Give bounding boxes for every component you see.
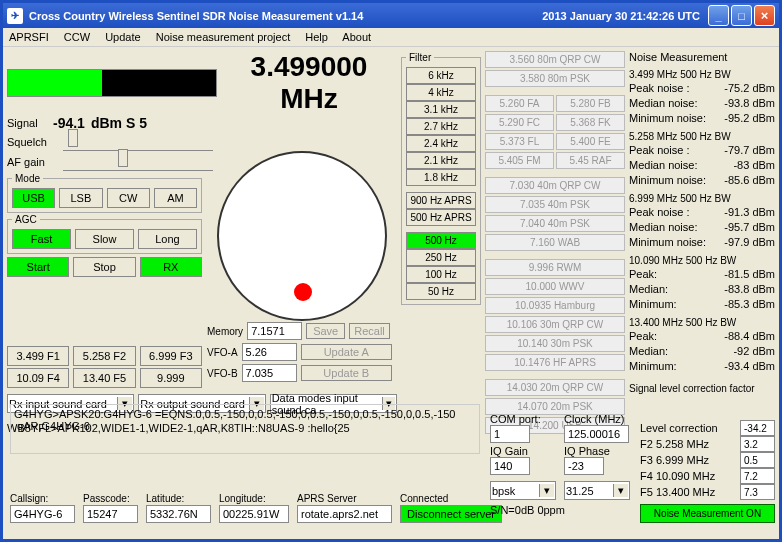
callsign-input[interactable] [10, 505, 75, 523]
lc-f3-input[interactable] [740, 452, 775, 468]
server-input[interactable] [297, 505, 392, 523]
preset-button[interactable]: 5.280 FB [556, 95, 625, 112]
menu-ccw[interactable]: CCW [64, 31, 90, 43]
close-button[interactable]: × [754, 5, 775, 26]
squelch-slider[interactable] [63, 133, 213, 151]
menu-noise-project[interactable]: Noise measurement project [156, 31, 291, 43]
filter-900aprs-button[interactable]: 900 Hz APRS [406, 192, 476, 209]
memory-input[interactable] [247, 322, 302, 340]
preset-button[interactable]: 10.0935 Hamburg [485, 297, 625, 314]
lc-f4-label: F4 10.090 MHz [640, 468, 715, 484]
preset-f5-button[interactable]: 13.40 F5 [73, 368, 135, 388]
filter-legend: Filter [406, 52, 434, 63]
vfob-label: VFO-B [207, 368, 238, 379]
noise-title: Noise Measurement [629, 51, 775, 63]
filter-1k8-button[interactable]: 1.8 kHz [406, 169, 476, 186]
preset-f3-button[interactable]: 6.999 F3 [140, 346, 202, 366]
filter-50-button[interactable]: 50 Hz [406, 283, 476, 300]
lon-input[interactable] [219, 505, 289, 523]
preset-button[interactable]: 7.040 40m PSK [485, 215, 625, 232]
menu-update[interactable]: Update [105, 31, 140, 43]
agc-legend: AGC [12, 214, 40, 225]
preset-button[interactable]: 5.400 FE [556, 133, 625, 150]
preset-button[interactable]: 5.45 RAF [556, 152, 625, 169]
preset-button[interactable]: 9.996 RWM [485, 259, 625, 276]
mode-lsb-button[interactable]: LSB [59, 188, 102, 208]
recall-button[interactable]: Recall [349, 323, 390, 339]
menu-help[interactable]: Help [305, 31, 328, 43]
vfoa-input[interactable] [242, 343, 297, 361]
filter-100-button[interactable]: 100 Hz [406, 266, 476, 283]
preset-button[interactable]: 5.368 FK [556, 114, 625, 131]
preset-button[interactable]: 10.106 30m QRP CW [485, 316, 625, 333]
filter-4k-button[interactable]: 4 kHz [406, 84, 476, 101]
preset-button[interactable]: 3.560 80m QRP CW [485, 51, 625, 68]
filter-2k7-button[interactable]: 2.7 kHz [406, 118, 476, 135]
preset-button[interactable]: 5.405 FM [485, 152, 554, 169]
preset-button[interactable]: 10.000 WWV [485, 278, 625, 295]
lc-f2-input[interactable] [740, 436, 775, 452]
passcode-input[interactable] [83, 505, 138, 523]
preset-button[interactable]: 10.140 30m PSK [485, 335, 625, 352]
menu-about[interactable]: About [342, 31, 371, 43]
start-button[interactable]: Start [7, 257, 69, 277]
comport-input[interactable] [490, 425, 530, 443]
server-label: APRS Server [297, 493, 392, 504]
preset-f1-button[interactable]: 3.499 F1 [7, 346, 69, 366]
mode-combo[interactable]: bpsk▾ [490, 481, 556, 500]
nm-band-header: 5.258 MHz 500 Hz BW [629, 131, 775, 142]
utc-clock: 2013 January 30 21:42:26 UTC [542, 10, 700, 22]
agc-slow-button[interactable]: Slow [75, 229, 134, 249]
preset-button[interactable]: 7.030 40m QRP CW [485, 177, 625, 194]
maximize-button[interactable]: □ [731, 5, 752, 26]
lc-f4-input[interactable] [740, 468, 775, 484]
preset-button[interactable]: 3.580 80m PSK [485, 70, 625, 87]
agc-fast-button[interactable]: Fast [12, 229, 71, 249]
iqgain-input[interactable] [490, 457, 530, 475]
preset-f6-button[interactable]: 9.999 [140, 368, 202, 388]
filter-3k1-button[interactable]: 3.1 kHz [406, 101, 476, 118]
filter-500-button[interactable]: 500 Hz [406, 232, 476, 249]
preset-button[interactable]: 7.160 WAB [485, 234, 625, 251]
mode-cw-button[interactable]: CW [107, 188, 150, 208]
preset-button[interactable]: 5.373 FL [485, 133, 554, 150]
save-button[interactable]: Save [306, 323, 345, 339]
nm-band-header: 13.400 MHz 500 Hz BW [629, 317, 775, 328]
nm-value: -93.8 dBm [724, 97, 775, 110]
filter-6k-button[interactable]: 6 kHz [406, 67, 476, 84]
mode-usb-button[interactable]: USB [12, 188, 55, 208]
filter-2k4-button[interactable]: 2.4 kHz [406, 135, 476, 152]
preset-f4-button[interactable]: 10.09 F4 [7, 368, 69, 388]
disconnect-button[interactable]: Disconnect server [400, 505, 502, 523]
tuning-dial[interactable] [217, 151, 387, 321]
agc-long-button[interactable]: Long [138, 229, 197, 249]
preset-button[interactable]: 5.260 FA [485, 95, 554, 112]
lc-f5-input[interactable] [740, 484, 775, 500]
rx-button[interactable]: RX [140, 257, 202, 277]
noise-measurement-toggle[interactable]: Noise Measurement ON [640, 504, 775, 523]
nm-value: -93.4 dBm [724, 360, 775, 373]
lc-input[interactable] [740, 420, 775, 436]
mode-am-button[interactable]: AM [154, 188, 197, 208]
update-b-button[interactable]: Update B [301, 365, 392, 381]
filter-2k1-button[interactable]: 2.1 kHz [406, 152, 476, 169]
iqphase-input[interactable] [564, 457, 604, 475]
preset-button[interactable]: 10.1476 HF APRS [485, 354, 625, 371]
preset-button[interactable]: 7.035 40m PSK [485, 196, 625, 213]
stop-button[interactable]: Stop [73, 257, 135, 277]
preset-button[interactable]: 5.290 FC [485, 114, 554, 131]
menu-aprsfi[interactable]: APRSFI [9, 31, 49, 43]
minimize-button[interactable]: _ [708, 5, 729, 26]
filter-500aprs-button[interactable]: 500 Hz APRS [406, 209, 476, 226]
filter-250-button[interactable]: 250 Hz [406, 249, 476, 266]
afgain-slider[interactable] [63, 153, 213, 171]
update-a-button[interactable]: Update A [301, 344, 392, 360]
preset-f2-button[interactable]: 5.258 F2 [73, 346, 135, 366]
lat-input[interactable] [146, 505, 211, 523]
vfob-input[interactable] [242, 364, 297, 382]
rate-combo[interactable]: 31.25▾ [564, 481, 630, 500]
clock-input[interactable] [564, 425, 629, 443]
nm-value: -79.7 dBm [724, 144, 775, 157]
iqphase-label: IQ Phase [564, 445, 630, 457]
preset-button[interactable]: 14.030 20m QRP CW [485, 379, 625, 396]
